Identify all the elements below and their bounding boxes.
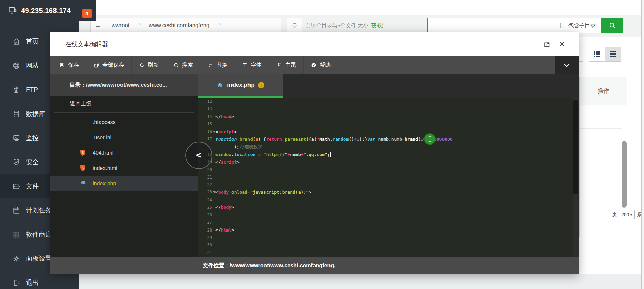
code-line-27: 27 (198, 219, 579, 226)
file-tree: 返回上级 .htaccess.user.ini5404.html5index.h… (50, 96, 198, 257)
editor-scrollbar-track (573, 98, 579, 257)
maximize-icon (543, 40, 551, 48)
code-line-28: 28</html> (198, 226, 579, 234)
database-icon (12, 110, 20, 118)
search-button[interactable] (601, 18, 623, 33)
line-number: 23 (198, 190, 212, 194)
html5-file-icon: 5 (80, 150, 85, 156)
page-bottom-strip (79, 274, 644, 289)
line-number: 31 (198, 250, 212, 255)
line-number: 12 (198, 99, 212, 104)
tree-item-404.html[interactable]: 5404.html (50, 145, 198, 160)
folder-icon (12, 182, 20, 190)
code-line-30: 30 (198, 241, 579, 249)
code-text: </body> (215, 205, 234, 210)
toolbar-button-字体[interactable]: 字体 (235, 56, 269, 74)
code-line-26: 26 (198, 211, 579, 219)
maximize-button[interactable] (541, 32, 553, 56)
store-icon (12, 231, 20, 239)
editor-scrollbar-thumb[interactable] (573, 100, 578, 194)
close-button[interactable]: ✕ (556, 32, 568, 56)
include-subdir-label: 包含子目录 (568, 22, 596, 29)
code-line-14: 14</head> (198, 113, 579, 120)
refresh-directory-button[interactable] (287, 18, 302, 33)
table-row-divider (580, 169, 622, 169)
line-number: 29 (198, 235, 212, 240)
code-line-23: 23<body onload="javascript:brand(a);"> (198, 188, 579, 196)
grid-view-icon (594, 51, 600, 57)
minimize-button[interactable]: ― (526, 32, 538, 56)
ftp-icon (12, 86, 20, 94)
toolbar-button-帮助[interactable]: 帮助 (303, 56, 338, 74)
toolbar-button-保存[interactable]: 保存 (50, 56, 86, 74)
fold-arrow-icon[interactable] (213, 131, 216, 133)
sidebar-item-label: 数据库 (26, 109, 45, 118)
directory-stats: (共0个目录与5个文件,大小: 获取) (306, 18, 425, 33)
save-all-icon (94, 62, 102, 68)
page-size-select[interactable]: 200 (619, 210, 635, 219)
tree-item-index.html[interactable]: 5index.html (50, 160, 198, 176)
get-size-link[interactable]: 获取 (371, 22, 382, 28)
collapse-tree-handle[interactable]: < (185, 142, 212, 169)
tab-index-php[interactable]: index.php ! (198, 74, 283, 96)
tree-up-item[interactable]: 返回上级 (50, 96, 198, 112)
line-number: 25 (198, 205, 212, 210)
toolbar-collapse-button[interactable] (555, 56, 579, 74)
include-subdir-checkbox[interactable] (560, 23, 565, 28)
grid-view-button[interactable] (589, 47, 605, 62)
line-number: 13 (198, 106, 212, 111)
monitor-icon (12, 134, 20, 142)
sidebar-item-label: 面板设置 (26, 254, 52, 263)
calendar-icon (12, 206, 20, 215)
tree-item-index.php[interactable]: index.php (50, 176, 198, 191)
text-cursor-icon (428, 135, 432, 143)
code-line-25: 25</body> (198, 204, 579, 211)
table-scrollbar[interactable] (622, 141, 627, 208)
code-line-20: 20 (198, 166, 579, 173)
line-number: 28 (198, 228, 212, 233)
tree-item-.htaccess[interactable]: .htaccess (50, 115, 198, 130)
code-text: window.location = "http://"+numb+".qq.co… (215, 152, 331, 157)
stats-close: ) (382, 22, 383, 28)
list-view-button[interactable] (605, 47, 621, 62)
toolbar-button-刷新[interactable]: 刷新 (131, 56, 166, 74)
message-count-badge[interactable]: 0 (82, 9, 92, 18)
page-label-left: 页 (612, 211, 617, 218)
modal-titlebar: 在线文本编辑器 ― ✕ (50, 32, 579, 56)
line-number: 17 (198, 137, 212, 141)
code-text: <body onload="javascript:brand(a);"> (215, 190, 311, 195)
code-text: );//随机数字 (234, 144, 262, 150)
table-header-actions: 操作 (580, 77, 627, 105)
text-caret (330, 152, 331, 157)
tab-label: index.php (227, 82, 254, 88)
sidebar-item-label: 首页 (26, 37, 39, 46)
breadcrumb-item-wwroot[interactable]: wwroot (106, 22, 135, 29)
sidebar-item-label: FTP (26, 86, 38, 94)
toolbar-button-搜索[interactable]: 搜索 (166, 56, 200, 74)
tree-item-label: .htaccess (93, 119, 116, 125)
pagination: 页 200 条 (612, 209, 642, 220)
line-number: 22 (198, 182, 212, 187)
home-icon (12, 37, 20, 46)
page-size-value: 200 (621, 212, 629, 217)
page-scroll-area[interactable] (642, 0, 644, 289)
chevron-right-icon (137, 23, 141, 28)
sidebar-item-label: 监控 (26, 134, 39, 142)
search-input[interactable]: 包含子目录 (427, 18, 601, 33)
toolbar-button-label: 刷新 (148, 62, 159, 69)
toolbar-button-label: 全部保存 (102, 62, 124, 69)
code-editor[interactable]: 121314</head>1516<script>17function bran… (198, 98, 579, 257)
toolbar-button-主题[interactable]: 主题 (269, 56, 303, 74)
tree-item-.user.ini[interactable]: .user.ini (50, 130, 198, 145)
toolbar-button-全部保存[interactable]: 全部保存 (86, 56, 131, 74)
breadcrumb-item-site[interactable]: www.ceshi.comfangfeng (143, 22, 215, 29)
code-line-19: 19</script> (198, 158, 579, 166)
logout-icon (12, 279, 20, 287)
code-line-16: 16<script> (198, 128, 579, 135)
toolbar-button-替换[interactable]: 替换 (200, 56, 235, 74)
editor-tabstrip: index.php ! (198, 74, 579, 98)
toolbar-button-label: 搜索 (182, 62, 193, 69)
fold-arrow-icon[interactable] (213, 191, 216, 193)
line-number: 15 (198, 122, 212, 126)
line-number: 26 (198, 213, 212, 217)
